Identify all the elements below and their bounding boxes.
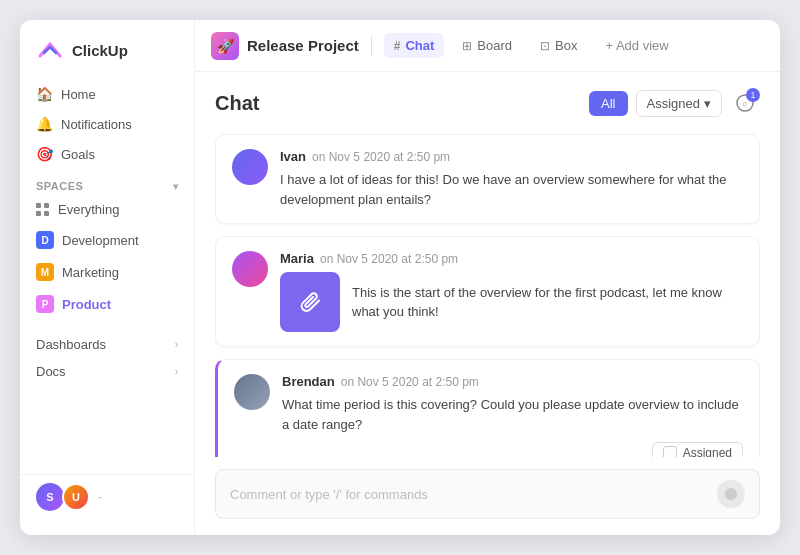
message-1-content: Ivan on Nov 5 2020 at 2:50 pm I have a l…	[280, 149, 743, 209]
board-icon: ⊞	[462, 39, 472, 53]
clickup-logo-icon	[36, 36, 64, 64]
project-name: Release Project	[247, 37, 359, 54]
spaces-section: Spaces ▾	[20, 168, 194, 196]
send-button[interactable]	[717, 480, 745, 508]
message-3-author: Brendan	[282, 374, 335, 389]
sidebar-item-development[interactable]: D Development	[28, 225, 186, 255]
sidebar-user-extra: -	[98, 490, 102, 504]
spaces-label: Spaces	[36, 180, 83, 192]
box-icon: ⊡	[540, 39, 550, 53]
add-view-label: + Add view	[605, 38, 668, 53]
user-avatar[interactable]: S	[36, 483, 64, 511]
chat-title: Chat	[215, 92, 259, 115]
tab-box-label: Box	[555, 38, 577, 53]
filter-all-button[interactable]: All	[589, 91, 627, 116]
message-2-body: This is the start of the overview for th…	[280, 272, 743, 332]
bell-icon: 🔔	[36, 116, 53, 132]
assigned-checkbox	[663, 446, 677, 457]
marketing-badge: M	[36, 263, 54, 281]
dashboards-label: Dashboards	[36, 337, 106, 352]
filter-assigned-dropdown[interactable]: Assigned ▾	[636, 90, 722, 117]
message-3-header: Brendan on Nov 5 2020 at 2:50 pm	[282, 374, 743, 389]
attachment-icon[interactable]	[280, 272, 340, 332]
app-window: ClickUp 🏠 Home 🔔 Notifications 🎯 Goals S…	[20, 20, 780, 535]
development-badge: D	[36, 231, 54, 249]
sidebar-item-home[interactable]: 🏠 Home	[28, 80, 186, 108]
goals-icon: 🎯	[36, 146, 53, 162]
chat-container: Chat All Assigned ▾ ○ 1	[195, 72, 780, 535]
sidebar-item-home-label: Home	[61, 87, 96, 102]
sidebar-item-dashboards[interactable]: Dashboards ›	[28, 331, 186, 358]
message-2-text: This is the start of the overview for th…	[352, 283, 743, 322]
message-2-time: on Nov 5 2020 at 2:50 pm	[320, 252, 458, 266]
message-2-header: Maria on Nov 5 2020 at 2:50 pm	[280, 251, 743, 266]
sidebar-item-development-label: Development	[62, 233, 139, 248]
message-1-author: Ivan	[280, 149, 306, 164]
comment-placeholder: Comment or type '/' for commands	[230, 487, 428, 502]
sidebar-item-everything-label: Everything	[58, 202, 119, 217]
sidebar-item-notifications[interactable]: 🔔 Notifications	[28, 110, 186, 138]
tab-chat[interactable]: # Chat	[384, 33, 445, 58]
svg-text:○: ○	[742, 99, 747, 109]
svg-point-2	[725, 488, 737, 500]
tab-chat-label: Chat	[405, 38, 434, 53]
app-name: ClickUp	[72, 42, 128, 59]
message-3-time: on Nov 5 2020 at 2:50 pm	[341, 375, 479, 389]
docs-chevron: ›	[175, 366, 178, 377]
message-1-header: Ivan on Nov 5 2020 at 2:50 pm	[280, 149, 743, 164]
brendan-avatar	[234, 374, 270, 410]
sidebar-item-goals-label: Goals	[61, 147, 95, 162]
filter-chevron-icon: ▾	[704, 96, 711, 111]
sidebar-item-notifications-label: Notifications	[61, 117, 132, 132]
project-title-area: 🚀 Release Project	[211, 32, 359, 60]
message-2-author: Maria	[280, 251, 314, 266]
spaces-nav: Everything D Development M Marketing P P…	[20, 196, 194, 319]
sidebar-item-everything[interactable]: Everything	[28, 196, 186, 223]
message-1-text: I have a lot of ideas for this! Do we ha…	[280, 170, 743, 209]
send-icon	[724, 487, 738, 501]
sidebar-logo: ClickUp	[20, 36, 194, 80]
notification-bell-button[interactable]: ○ 1	[730, 88, 760, 118]
sidebar-item-product[interactable]: P Product	[28, 289, 186, 319]
sidebar-item-marketing[interactable]: M Marketing	[28, 257, 186, 287]
assigned-label: Assigned	[683, 446, 732, 457]
ivan-avatar	[232, 149, 268, 185]
sidebar-nav: 🏠 Home 🔔 Notifications 🎯 Goals	[20, 80, 194, 168]
spaces-chevron[interactable]: ▾	[173, 181, 179, 192]
user-avatar-2: U	[62, 483, 90, 511]
sidebar: ClickUp 🏠 Home 🔔 Notifications 🎯 Goals S…	[20, 20, 195, 535]
message-item: Maria on Nov 5 2020 at 2:50 pm This is t…	[215, 236, 760, 347]
assigned-badge-button[interactable]: Assigned	[652, 442, 743, 457]
message-2-content: Maria on Nov 5 2020 at 2:50 pm This is t…	[280, 251, 743, 332]
sidebar-item-goals[interactable]: 🎯 Goals	[28, 140, 186, 168]
docs-label: Docs	[36, 364, 66, 379]
tab-board-label: Board	[477, 38, 512, 53]
hash-icon: #	[394, 39, 401, 53]
project-icon: 🚀	[211, 32, 239, 60]
message-3-text: What time period is this covering? Could…	[282, 395, 743, 434]
tab-box[interactable]: ⊡ Box	[530, 33, 587, 58]
home-icon: 🏠	[36, 86, 53, 102]
comment-input-area[interactable]: Comment or type '/' for commands	[215, 469, 760, 519]
topbar: 🚀 Release Project # Chat ⊞ Board ⊡ Box +…	[195, 20, 780, 72]
product-badge: P	[36, 295, 54, 313]
everything-icon	[36, 203, 50, 217]
sidebar-item-marketing-label: Marketing	[62, 265, 119, 280]
filter-assigned-label: Assigned	[647, 96, 700, 111]
sidebar-item-docs[interactable]: Docs ›	[28, 358, 186, 385]
sidebar-bottom: S U -	[20, 474, 194, 519]
chat-header: Chat All Assigned ▾ ○ 1	[215, 88, 760, 118]
main-content: 🚀 Release Project # Chat ⊞ Board ⊡ Box +…	[195, 20, 780, 535]
add-view-button[interactable]: + Add view	[595, 33, 678, 58]
sidebar-item-product-label: Product	[62, 297, 111, 312]
paperclip-icon	[298, 290, 322, 314]
chat-filters: All Assigned ▾ ○ 1	[589, 88, 760, 118]
maria-avatar	[232, 251, 268, 287]
tab-board[interactable]: ⊞ Board	[452, 33, 522, 58]
message-item: Brendan on Nov 5 2020 at 2:50 pm What ti…	[215, 359, 760, 457]
assigned-row: Assigned	[282, 442, 743, 457]
message-item: Ivan on Nov 5 2020 at 2:50 pm I have a l…	[215, 134, 760, 224]
message-3-content: Brendan on Nov 5 2020 at 2:50 pm What ti…	[282, 374, 743, 457]
message-1-time: on Nov 5 2020 at 2:50 pm	[312, 150, 450, 164]
notification-count-badge: 1	[746, 88, 760, 102]
